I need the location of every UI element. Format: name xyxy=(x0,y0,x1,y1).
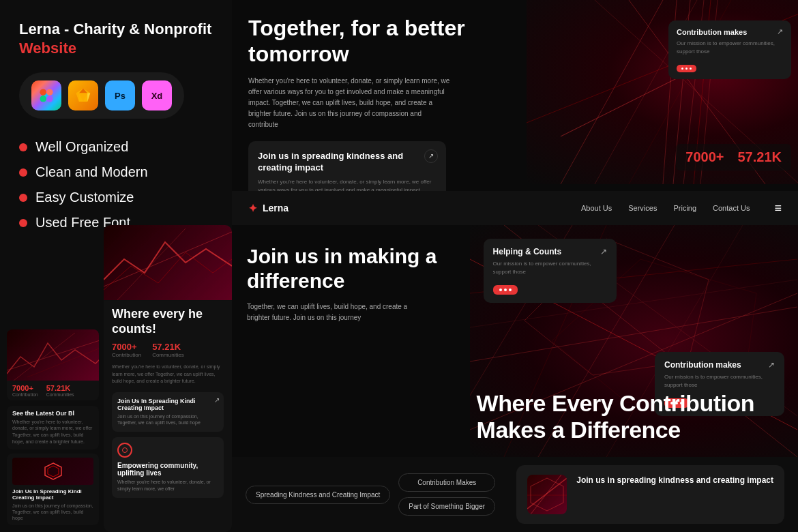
svg-marker-45 xyxy=(531,478,563,511)
title-red: Website xyxy=(19,40,213,57)
tag-btn-1[interactable]: Spreading Kindness and Creating Impact xyxy=(246,486,390,504)
nav-logo: ✦ Lerna xyxy=(248,202,289,215)
top-section: Together, for a better tomorrow Whether … xyxy=(232,0,798,184)
content-section: Join us in making a difference Together,… xyxy=(232,225,798,457)
svg-point-2 xyxy=(46,89,53,96)
nav-services[interactable]: Services xyxy=(628,204,657,212)
logo-icon: ✦ xyxy=(248,202,257,215)
figma-icon xyxy=(31,80,61,110)
contribution-card-top: Contribution makes ↗ Our mission is to e… xyxy=(668,20,791,79)
hamburger-icon[interactable]: ≡ xyxy=(774,201,782,216)
tag-btn-2[interactable]: Contribution Makes xyxy=(398,473,495,492)
content-right-mesh: Helping & Counts ↗ Our mission is to emp… xyxy=(470,225,798,457)
big-headline: Where Every Contribution Makes a Differe… xyxy=(477,390,754,443)
nav-about[interactable]: About Us xyxy=(581,204,612,212)
mid-preview-panel: Where every he counts! 7000+Contribution… xyxy=(104,225,232,532)
tool-icons-row: Ps Xd xyxy=(19,72,184,119)
features-list: Well Organized Clean and Modern Easy Cus… xyxy=(19,139,213,231)
svg-point-1 xyxy=(40,89,46,96)
svg-line-17 xyxy=(561,0,663,184)
adobexd-icon: Xd xyxy=(142,80,172,110)
main-area: Together, for a better tomorrow Whether … xyxy=(232,0,798,532)
bullet-1 xyxy=(19,143,27,151)
bottom-left-previews: 7000+Contribution 57.21KCommunities See … xyxy=(0,329,106,532)
svg-line-15 xyxy=(104,232,232,286)
bottom-section: Spreading Kindness and Creating Impact C… xyxy=(232,457,798,532)
svg-marker-7 xyxy=(76,93,79,102)
feature-item-3: Easy Customize xyxy=(19,190,213,205)
svg-point-4 xyxy=(46,95,53,102)
feature-item-1: Well Organized xyxy=(19,139,213,155)
bottom-join-card: Join us in spreading kindness and creati… xyxy=(516,465,784,524)
top-text-area: Together, for a better tomorrow Whether … xyxy=(232,0,527,184)
svg-line-10 xyxy=(7,336,99,370)
feature-item-2: Clean and Modern xyxy=(19,164,213,180)
nav-contact[interactable]: Contact Us xyxy=(713,204,750,212)
content-left: Join us in making a difference Together,… xyxy=(232,225,470,457)
sketch-icon xyxy=(68,80,98,110)
svg-marker-14 xyxy=(48,466,59,477)
helping-card: Helping & Counts ↗ Our mission is to emp… xyxy=(484,239,617,303)
tag-btn-3[interactable]: Part of Something Bigger xyxy=(398,497,495,516)
title-main: Lerna - Charity & Nonprofit xyxy=(19,20,213,38)
main-body: Whether you're here to volunteer, donate… xyxy=(248,76,453,130)
svg-point-3 xyxy=(40,95,46,102)
svg-line-43 xyxy=(531,475,561,514)
navbar: ✦ Lerna About Us Services Pricing Contac… xyxy=(232,191,798,225)
main-headline: Together, for a better tomorrow xyxy=(248,15,510,68)
left-panel: Lerna - Charity & Nonprofit Website Ps X… xyxy=(0,0,232,532)
svg-marker-8 xyxy=(87,93,90,102)
bullet-4 xyxy=(19,219,27,227)
nav-pricing[interactable]: Pricing xyxy=(673,204,696,212)
top-right-visual: 7000+ 57.21K Contribution makes ↗ Our mi… xyxy=(527,0,798,184)
nav-links: About Us Services Pricing Contact Us xyxy=(581,204,750,212)
bullet-3 xyxy=(19,194,27,202)
bullet-2 xyxy=(19,168,27,177)
photoshop-icon: Ps xyxy=(105,80,135,110)
